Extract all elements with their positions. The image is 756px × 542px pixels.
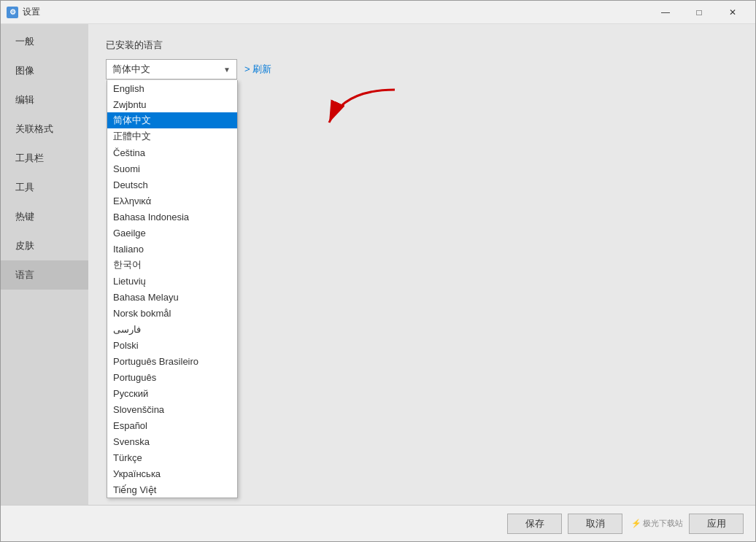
sidebar-item-语言[interactable]: 语言 — [1, 260, 88, 290]
language-option-正體中文[interactable]: 正體中文 — [107, 128, 237, 144]
language-option-Norsk-bokmål[interactable]: Norsk bokmål — [107, 305, 237, 321]
language-option-Português-Brasileiro[interactable]: Português Brasileiro — [107, 353, 237, 369]
language-option-Español[interactable]: Español — [107, 417, 237, 433]
watermark: ⚡ 极光下载站 — [631, 518, 683, 529]
main-window: ⚙ 设置 — □ ✕ 一般图像编辑关联格式工具栏工具热键皮肤语言 已安装的语言 … — [0, 0, 756, 542]
watermark-text: 极光下载站 — [643, 518, 683, 529]
sidebar-item-热键[interactable]: 热键 — [1, 202, 88, 231]
lightning-icon: ⚡ — [631, 519, 641, 528]
save-button[interactable]: 保存 — [507, 514, 562, 534]
window-title: 设置 — [23, 6, 649, 18]
app-icon: ⚙ — [7, 7, 18, 18]
language-option-Zwjbntu[interactable]: Zwjbntu — [107, 96, 237, 112]
language-option-Bahasa-Melayu[interactable]: Bahasa Melayu — [107, 289, 237, 305]
language-dropdown[interactable]: 简体中文 ▼ EnglishZwjbntu简体中文正體中文ČeštinaSuom… — [106, 59, 237, 80]
language-option-Deutsch[interactable]: Deutsch — [107, 177, 237, 193]
sidebar-item-关联格式[interactable]: 关联格式 — [1, 115, 88, 144]
maximize-button[interactable]: □ — [682, 1, 716, 24]
language-option-Türkçe[interactable]: Türkçe — [107, 449, 237, 465]
minimize-button[interactable]: — — [649, 1, 682, 24]
section-title: 已安装的语言 — [106, 39, 738, 52]
arrow-indicator — [322, 82, 409, 143]
sidebar-item-皮肤[interactable]: 皮肤 — [1, 231, 88, 260]
sidebar-item-编辑[interactable]: 编辑 — [1, 85, 88, 115]
language-option-한국어[interactable]: 한국어 — [107, 257, 237, 273]
language-option-Gaeilge[interactable]: Gaeilge — [107, 225, 237, 241]
language-option-Português[interactable]: Português — [107, 369, 237, 385]
language-option-Русский[interactable]: Русский — [107, 385, 237, 401]
language-option-Українська[interactable]: Українська — [107, 465, 237, 481]
language-option-Čeština[interactable]: Čeština — [107, 144, 237, 160]
language-option-Suomi[interactable]: Suomi — [107, 160, 237, 177]
sidebar-item-工具栏[interactable]: 工具栏 — [1, 144, 88, 173]
apply-button[interactable]: 应用 — [689, 514, 744, 534]
sidebar-item-一般[interactable]: 一般 — [1, 27, 88, 56]
sidebar: 一般图像编辑关联格式工具栏工具热键皮肤语言 — [1, 24, 88, 505]
title-bar: ⚙ 设置 — □ ✕ — [1, 1, 755, 24]
dropdown-container: 简体中文 ▼ EnglishZwjbntu简体中文正體中文ČeštinaSuom… — [106, 59, 738, 80]
main-content: 已安装的语言 简体中文 ▼ EnglishZwjbntu简体中文正體中文Češt… — [88, 24, 755, 505]
footer: 保存 取消 ⚡ 极光下载站 应用 — [1, 505, 755, 541]
language-option-فارسی[interactable]: فارسی — [107, 321, 237, 337]
language-option-Tiếng-Việt[interactable]: Tiếng Việt — [107, 481, 237, 498]
language-option-Ελληνικά[interactable]: Ελληνικά — [107, 193, 237, 209]
sidebar-item-图像[interactable]: 图像 — [1, 56, 88, 85]
cancel-button[interactable]: 取消 — [568, 514, 622, 534]
close-button[interactable]: ✕ — [716, 1, 749, 24]
sidebar-item-工具[interactable]: 工具 — [1, 173, 88, 202]
language-option-Italiano[interactable]: Italiano — [107, 241, 237, 257]
dropdown-selected-text: 简体中文 — [112, 63, 150, 76]
language-option-Lietuvių[interactable]: Lietuvių — [107, 273, 237, 289]
content-area: 一般图像编辑关联格式工具栏工具热键皮肤语言 已安装的语言 简体中文 ▼ Engl… — [1, 24, 755, 505]
language-option-Bahasa-Indonesia[interactable]: Bahasa Indonesia — [107, 209, 237, 225]
language-list: EnglishZwjbntu简体中文正體中文ČeštinaSuomiDeutsc… — [107, 80, 238, 498]
language-option-Svenska[interactable]: Svenska — [107, 433, 237, 449]
chevron-down-icon: ▼ — [223, 66, 231, 74]
language-option-简体中文[interactable]: 简体中文 — [107, 112, 237, 128]
language-option-English[interactable]: English — [107, 80, 237, 96]
language-option-Polski[interactable]: Polski — [107, 337, 237, 353]
window-controls: — □ ✕ — [649, 1, 749, 24]
language-option-Slovenščina[interactable]: Slovenščina — [107, 401, 237, 417]
refresh-button[interactable]: > 刷新 — [244, 63, 271, 76]
